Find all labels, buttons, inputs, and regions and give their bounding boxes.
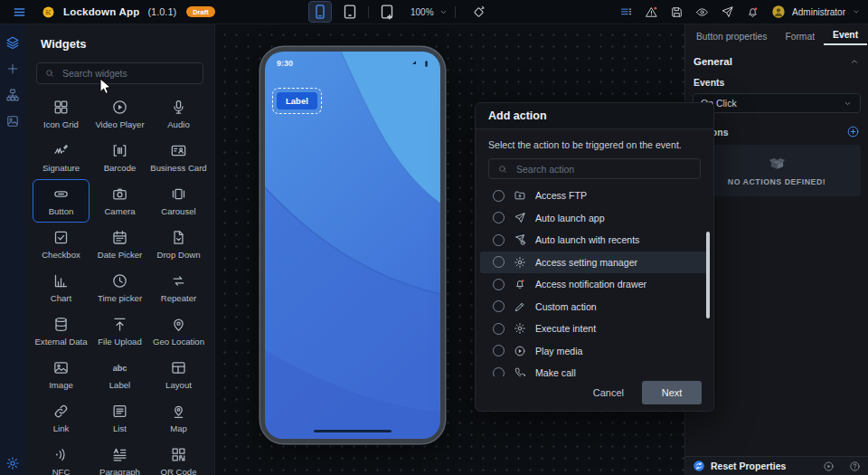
search-icon bbox=[44, 68, 55, 79]
widget-paragraph[interactable]: Paragraph bbox=[91, 440, 148, 475]
widget-label: Business Card bbox=[150, 163, 206, 173]
event-select[interactable]: On Click bbox=[693, 93, 861, 113]
radio-button[interactable] bbox=[493, 256, 505, 268]
scrollbar[interactable] bbox=[706, 232, 710, 318]
widget-carousel[interactable]: Carousel bbox=[150, 179, 207, 223]
tab-button-properties[interactable]: Button properties bbox=[687, 29, 776, 45]
widget-file-upload[interactable]: File Upload bbox=[91, 309, 148, 353]
rail-media-icon[interactable] bbox=[5, 114, 20, 128]
chevron-down-icon[interactable] bbox=[852, 7, 861, 16]
save-icon[interactable] bbox=[670, 5, 684, 19]
radio-button[interactable] bbox=[493, 323, 505, 335]
add-action-icon[interactable] bbox=[846, 125, 860, 138]
action-auto-launch-app[interactable]: Auto launch app bbox=[480, 207, 709, 230]
signature-icon bbox=[52, 142, 70, 159]
play-circle-icon[interactable] bbox=[823, 461, 835, 472]
widget-business-card[interactable]: Business Card bbox=[150, 136, 207, 179]
send-clock-icon bbox=[514, 233, 526, 246]
widget-search-input[interactable] bbox=[61, 67, 195, 80]
publish-icon[interactable] bbox=[721, 5, 734, 19]
events-label: Events bbox=[693, 77, 860, 88]
phone-status-bar: 9:30 bbox=[277, 59, 430, 68]
widget-label[interactable]: abcLabel bbox=[91, 353, 148, 396]
action-play-media[interactable]: Play media bbox=[480, 340, 709, 363]
tab-format[interactable]: Format bbox=[776, 29, 824, 45]
radio-button[interactable] bbox=[493, 234, 505, 246]
widget-qr-code[interactable]: QR Code bbox=[150, 440, 207, 475]
widget-audio[interactable]: Audio bbox=[150, 92, 207, 136]
zoom-select[interactable]: 100% bbox=[410, 7, 448, 17]
widget-button[interactable]: Button bbox=[33, 179, 90, 223]
cancel-button[interactable]: Cancel bbox=[593, 387, 624, 398]
widget-image[interactable]: Image bbox=[33, 353, 90, 396]
menu-lines-icon[interactable] bbox=[619, 5, 633, 19]
widget-geo-location[interactable]: Geo Location bbox=[150, 309, 207, 353]
selected-widget-outline[interactable]: Label bbox=[272, 88, 322, 114]
user-name: Administrator bbox=[792, 7, 845, 17]
widget-date-picker[interactable]: Date Picker bbox=[91, 223, 148, 266]
device-new-icon[interactable] bbox=[375, 1, 399, 23]
widget-label: List bbox=[113, 423, 127, 433]
widget-label: Geo Location bbox=[153, 337, 204, 347]
label-widget[interactable]: Label bbox=[277, 92, 317, 109]
action-search-input[interactable] bbox=[514, 163, 692, 176]
rail-hierarchy-icon[interactable] bbox=[5, 88, 20, 102]
upload-icon bbox=[111, 316, 128, 333]
general-section-header[interactable]: General bbox=[693, 56, 860, 67]
notifications-icon[interactable] bbox=[746, 5, 760, 19]
radio-button[interactable] bbox=[493, 212, 505, 223]
user-avatar[interactable] bbox=[771, 5, 786, 19]
widget-time-picker[interactable]: Time picker bbox=[91, 266, 148, 309]
rotate-device-icon[interactable] bbox=[471, 5, 486, 20]
widget-chart[interactable]: Chart bbox=[33, 266, 90, 309]
widget-label: Button bbox=[49, 206, 74, 216]
button-icon bbox=[52, 185, 70, 203]
radio-button[interactable] bbox=[493, 300, 505, 312]
widget-list[interactable]: List bbox=[91, 396, 148, 440]
rail-widgets-icon[interactable] bbox=[5, 35, 20, 50]
svg-text:abc: abc bbox=[113, 364, 127, 373]
radio-button[interactable] bbox=[493, 345, 505, 356]
widget-map[interactable]: Map bbox=[150, 396, 207, 440]
widget-external-data[interactable]: External Data bbox=[33, 309, 90, 353]
tab-event[interactable]: Event bbox=[824, 27, 867, 45]
radio-button[interactable] bbox=[493, 190, 505, 202]
action-access-ftp[interactable]: Access FTP bbox=[480, 185, 709, 207]
widget-repeater[interactable]: Repeater bbox=[150, 266, 207, 309]
action-auto-launch-with-recents[interactable]: Auto launch with recents bbox=[480, 229, 709, 252]
widget-checkbox[interactable]: Checkbox bbox=[33, 223, 90, 266]
grid-icon bbox=[52, 99, 70, 116]
reset-icon[interactable] bbox=[693, 460, 705, 472]
rail-add-icon[interactable] bbox=[5, 62, 20, 76]
action-custom-action[interactable]: Custom action bbox=[480, 296, 709, 318]
settings-gear-icon[interactable] bbox=[5, 456, 20, 470]
widget-label: Barcode bbox=[104, 163, 137, 173]
widget-signature[interactable]: Signature bbox=[33, 136, 90, 179]
alerts-icon[interactable] bbox=[645, 5, 658, 19]
action-access-notification-drawer[interactable]: Access notification drawer bbox=[480, 273, 709, 296]
add-action-modal: Add action Select the action to be trigg… bbox=[475, 102, 714, 412]
widget-icon-grid[interactable]: Icon Grid bbox=[33, 92, 90, 136]
widget-layout[interactable]: Layout bbox=[150, 353, 207, 396]
preview-icon[interactable] bbox=[695, 5, 709, 19]
phone-screen[interactable]: 9:30 Label bbox=[265, 52, 440, 439]
widget-nfc[interactable]: NFC bbox=[33, 440, 90, 475]
radio-button[interactable] bbox=[493, 279, 505, 290]
action-search[interactable] bbox=[488, 158, 701, 179]
home-indicator bbox=[314, 430, 392, 432]
hamburger-menu-icon[interactable] bbox=[13, 5, 26, 19]
action-execute-intent[interactable]: Execute intent bbox=[480, 318, 709, 340]
widget-search[interactable] bbox=[36, 62, 203, 84]
widget-drop-down[interactable]: Drop Down bbox=[150, 223, 207, 266]
action-access-setting-manager[interactable]: Access setting manager bbox=[480, 252, 709, 274]
device-tablet-icon[interactable] bbox=[338, 1, 362, 23]
help-icon[interactable] bbox=[849, 461, 861, 472]
reset-properties-bar[interactable]: Reset Properties bbox=[685, 456, 868, 475]
next-button[interactable]: Next bbox=[642, 381, 702, 404]
widget-video-player[interactable]: Video Player bbox=[91, 92, 148, 136]
device-toggle-group: 100% bbox=[308, 0, 486, 24]
widget-link[interactable]: Link bbox=[33, 396, 90, 440]
widget-camera[interactable]: Camera bbox=[91, 179, 148, 223]
device-phone-icon[interactable] bbox=[308, 1, 332, 23]
widget-barcode[interactable]: Barcode bbox=[91, 136, 148, 179]
